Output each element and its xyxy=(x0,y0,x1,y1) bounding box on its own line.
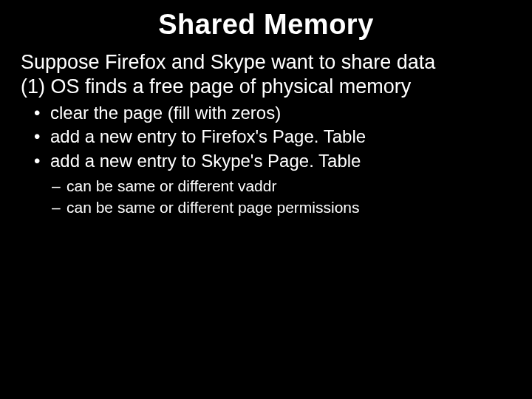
list-item: add a new entry to Firefox's Page. Table xyxy=(50,125,511,149)
list-item: can be same or different vaddr xyxy=(66,176,511,197)
sub-list: can be same or different vaddr can be sa… xyxy=(21,176,511,218)
list-item: clear the page (fill with zeros) xyxy=(50,101,511,125)
step-text: (1) OS finds a free page of physical mem… xyxy=(21,75,511,98)
slide-title: Shared Memory xyxy=(21,9,511,41)
lead-text: Suppose Firefox and Skype want to share … xyxy=(21,51,511,74)
bullet-list: clear the page (fill with zeros) add a n… xyxy=(21,101,511,173)
list-item: add a new entry to Skype's Page. Table xyxy=(50,149,511,173)
slide: Shared Memory Suppose Firefox and Skype … xyxy=(0,0,532,399)
list-item: can be same or different page permission… xyxy=(66,197,511,218)
